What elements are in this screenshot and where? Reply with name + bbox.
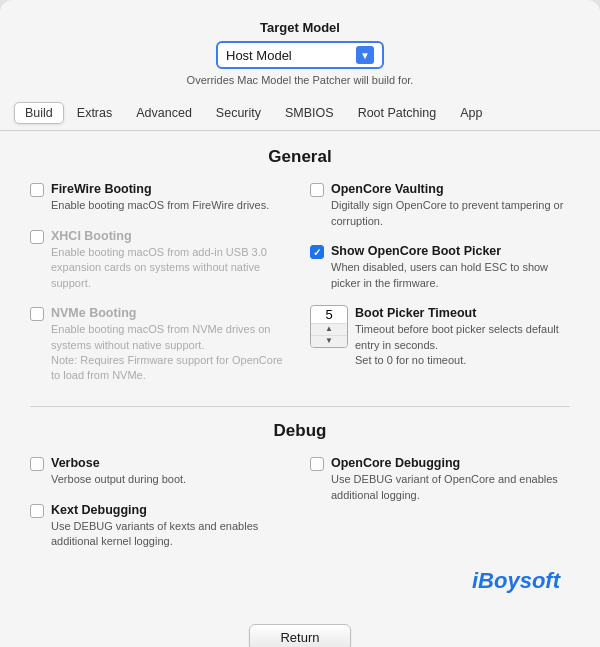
- target-model-select-wrapper[interactable]: Host Model iMac Pro1,1 MacBook Pro15,1 ▼: [216, 41, 384, 69]
- bottom-bar: Return: [0, 610, 600, 647]
- main-window: Target Model Host Model iMac Pro1,1 MacB…: [0, 0, 600, 647]
- opencore-vaulting-checkbox[interactable]: [310, 183, 324, 197]
- target-model-hint: Overrides Mac Model the Patcher will bui…: [20, 74, 580, 86]
- opencore-debugging-desc: Use DEBUG variant of OpenCore and enable…: [331, 472, 570, 503]
- debug-options: Verbose Verbose output during boot. Kext…: [30, 455, 570, 564]
- firewire-booting-checkbox[interactable]: [30, 183, 44, 197]
- kext-debugging-checkbox[interactable]: [30, 504, 44, 518]
- tab-smbios[interactable]: SMBIOS: [274, 102, 345, 124]
- firewire-booting-desc: Enable booting macOS from FireWire drive…: [51, 198, 290, 213]
- firewire-booting-item: FireWire Booting Enable booting macOS fr…: [30, 181, 290, 214]
- xhci-booting-item: XHCI Booting Enable booting macOS from a…: [30, 228, 290, 291]
- debug-right-col: OpenCore Debugging Use DEBUG variant of …: [310, 455, 570, 564]
- tab-extras[interactable]: Extras: [66, 102, 123, 124]
- nvme-booting-title: NVMe Booting: [51, 305, 290, 321]
- tab-build[interactable]: Build: [14, 102, 64, 124]
- select-arrow-icon: ▼: [356, 46, 374, 64]
- verbose-title: Verbose: [51, 455, 290, 471]
- nvme-booting-desc: Enable booting macOS from NVMe drives on…: [51, 322, 290, 384]
- tab-root-patching[interactable]: Root Patching: [347, 102, 448, 124]
- return-button[interactable]: Return: [249, 624, 350, 647]
- opencore-vaulting-title: OpenCore Vaulting: [331, 181, 570, 197]
- tab-app[interactable]: App: [449, 102, 493, 124]
- boot-picker-timeout-title: Boot Picker Timeout: [355, 305, 570, 321]
- nvme-booting-checkbox[interactable]: [30, 307, 44, 321]
- boot-picker-timeout-stepper[interactable]: 5 ▲ ▼: [310, 305, 348, 348]
- verbose-checkbox[interactable]: [30, 457, 44, 471]
- target-model-select[interactable]: Host Model iMac Pro1,1 MacBook Pro15,1: [226, 48, 356, 63]
- firewire-booting-title: FireWire Booting: [51, 181, 290, 197]
- general-right-col: OpenCore Vaulting Digitally sign OpenCor…: [310, 181, 570, 398]
- general-left-col: FireWire Booting Enable booting macOS fr…: [30, 181, 290, 398]
- verbose-desc: Verbose output during boot.: [51, 472, 290, 487]
- debug-left-col: Verbose Verbose output during boot. Kext…: [30, 455, 290, 564]
- kext-debugging-desc: Use DEBUG variants of kexts and enables …: [51, 519, 290, 550]
- general-title: General: [30, 147, 570, 167]
- target-model-section: Target Model Host Model iMac Pro1,1 MacB…: [0, 20, 600, 86]
- debug-title: Debug: [30, 421, 570, 441]
- show-boot-picker-checkbox[interactable]: [310, 245, 324, 259]
- opencore-debugging-checkbox[interactable]: [310, 457, 324, 471]
- tabs-bar: Build Extras Advanced Security SMBIOS Ro…: [0, 96, 600, 131]
- opencore-debugging-title: OpenCore Debugging: [331, 455, 570, 471]
- main-content: General FireWire Booting Enable booting …: [0, 131, 600, 610]
- general-options: FireWire Booting Enable booting macOS fr…: [30, 181, 570, 398]
- target-model-label: Target Model: [20, 20, 580, 35]
- show-boot-picker-desc: When disabled, users can hold ESC to sho…: [331, 260, 570, 291]
- xhci-booting-title: XHCI Booting: [51, 228, 290, 244]
- iboysoft-brand: iBoysoft: [30, 568, 570, 594]
- stepper-value: 5: [311, 306, 347, 324]
- section-divider: [30, 406, 570, 407]
- xhci-booting-desc: Enable booting macOS from add-in USB 3.0…: [51, 245, 290, 291]
- tab-security[interactable]: Security: [205, 102, 272, 124]
- stepper-down-button[interactable]: ▼: [311, 336, 347, 347]
- show-boot-picker-title: Show OpenCore Boot Picker: [331, 243, 570, 259]
- tab-advanced[interactable]: Advanced: [125, 102, 203, 124]
- opencore-vaulting-desc: Digitally sign OpenCore to prevent tampe…: [331, 198, 570, 229]
- stepper-up-button[interactable]: ▲: [311, 324, 347, 336]
- kext-debugging-item: Kext Debugging Use DEBUG variants of kex…: [30, 502, 290, 550]
- nvme-booting-item: NVMe Booting Enable booting macOS from N…: [30, 305, 290, 384]
- debug-section: Debug Verbose Verbose output during boot…: [30, 421, 570, 594]
- boot-picker-timeout-desc: Timeout before boot picker selects defau…: [355, 322, 570, 368]
- xhci-booting-checkbox[interactable]: [30, 230, 44, 244]
- verbose-item: Verbose Verbose output during boot.: [30, 455, 290, 488]
- show-boot-picker-item: Show OpenCore Boot Picker When disabled,…: [310, 243, 570, 291]
- boot-picker-timeout-item: 5 ▲ ▼ Boot Picker Timeout Timeout before…: [310, 305, 570, 368]
- kext-debugging-title: Kext Debugging: [51, 502, 290, 518]
- opencore-vaulting-item: OpenCore Vaulting Digitally sign OpenCor…: [310, 181, 570, 229]
- opencore-debugging-item: OpenCore Debugging Use DEBUG variant of …: [310, 455, 570, 503]
